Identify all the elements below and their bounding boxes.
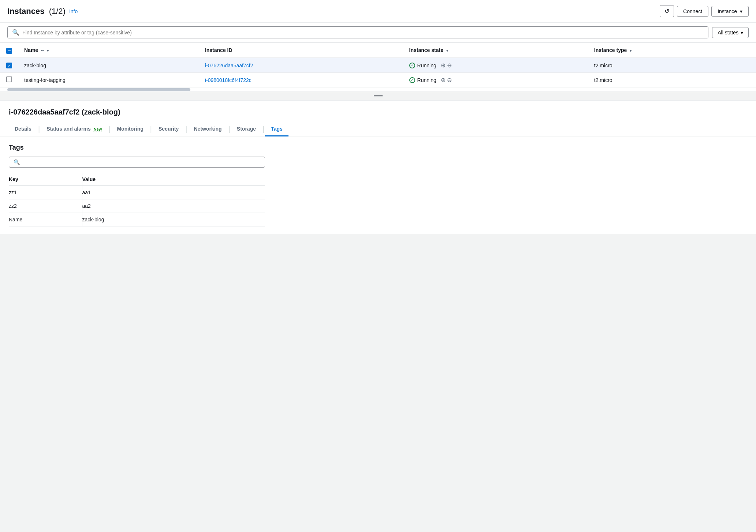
tags-heading: Tags [9, 144, 747, 151]
row1-type: t2.micro [588, 58, 756, 73]
chevron-down-icon: ▾ [741, 30, 743, 35]
tab-divider-1: | [37, 122, 41, 136]
refresh-icon: ↺ [664, 8, 669, 14]
search-icon: 🔍 [12, 29, 19, 36]
instance-count: (1/2) [49, 7, 66, 16]
col-state-header[interactable]: Instance state ▾ [403, 43, 588, 58]
zoom-out-icon[interactable]: ⊖ [447, 76, 452, 83]
row1-state: ✓ Running ⊕ ⊖ [403, 58, 588, 73]
instance-actions-button[interactable]: Instance ▾ [711, 6, 749, 17]
tags-search-input[interactable] [23, 159, 260, 165]
col-name-header[interactable]: Name ✏ ▾ [18, 43, 199, 58]
header-actions: ↺ Connect Instance ▾ [660, 5, 749, 17]
name-edit-icon[interactable]: ✏ [41, 49, 44, 53]
info-link[interactable]: Info [69, 8, 78, 14]
col-key-header: Key [9, 173, 82, 186]
row1-status-icon: ✓ [409, 63, 415, 68]
tag-row: zz1 aa1 [9, 186, 265, 199]
row2-name: testing-for-tagging [18, 73, 199, 87]
header-left: Instances (1/2) Info [7, 7, 78, 16]
row2-instance-id: i-0980018fc6f4f722c [199, 73, 403, 87]
refresh-button[interactable]: ↺ [660, 5, 674, 17]
row2-zoom-icons: ⊕ ⊖ [441, 76, 452, 83]
instances-table: Name ✏ ▾ Instance ID Instance state ▾ In… [0, 42, 756, 87]
detail-tabs: Details | Status and alarms New | Monito… [0, 122, 756, 136]
type-sort-icon[interactable]: ▾ [630, 49, 632, 53]
instances-title: Instances [7, 7, 45, 16]
zoom-in-icon[interactable]: ⊕ [441, 62, 446, 69]
chevron-down-icon: ▾ [740, 8, 742, 14]
tags-search-wrapper: 🔍 [9, 157, 265, 168]
search-bar-area: 🔍 All states ▾ [0, 23, 756, 42]
row2-state: ✓ Running ⊕ ⊖ [403, 73, 588, 87]
row1-name: zack-blog [18, 58, 199, 73]
detail-panel: i-076226daa5aaf7cf2 (zack-blog) Details … [0, 101, 756, 234]
tab-status-alarms[interactable]: Status and alarms New [41, 122, 108, 136]
tab-divider-3: | [149, 122, 153, 136]
name-sort-icon[interactable]: ▾ [47, 49, 49, 53]
resize-handle[interactable] [0, 92, 756, 101]
row2-status-icon: ✓ [409, 77, 415, 83]
new-badge: New [94, 127, 102, 131]
zoom-out-icon[interactable]: ⊖ [447, 62, 452, 69]
tags-search-icon: 🔍 [14, 159, 20, 165]
tag-row1-key: zz1 [9, 186, 82, 199]
search-input-wrapper: 🔍 [7, 26, 708, 38]
tab-monitoring[interactable]: Monitoring [111, 122, 149, 136]
col-instance-id-header[interactable]: Instance ID [199, 43, 403, 58]
page-title: Instances (1/2) [7, 7, 66, 16]
tab-divider-6: | [262, 122, 265, 136]
horizontal-scrollbar[interactable] [0, 87, 756, 92]
tab-tags[interactable]: Tags [265, 122, 288, 136]
state-sort-icon[interactable]: ▾ [446, 49, 448, 53]
tab-security[interactable]: Security [153, 122, 185, 136]
col-type-header[interactable]: Instance type ▾ [588, 43, 756, 58]
search-input[interactable] [22, 30, 704, 35]
row2-instance-id-link[interactable]: i-0980018fc6f4f722c [205, 77, 252, 83]
tags-section: Tags 🔍 Key Value zz1 aa1 [0, 136, 756, 234]
row2-status: ✓ Running ⊕ ⊖ [409, 76, 582, 83]
tag-row1-value: aa1 [82, 186, 265, 199]
tab-divider-2: | [108, 122, 111, 136]
tag-row3-key: Name [9, 213, 82, 226]
tag-row2-key: zz2 [9, 199, 82, 213]
tag-row3-value: zack-blog [82, 213, 265, 226]
row1-checkbox[interactable] [6, 63, 12, 68]
row1-select-cell[interactable] [0, 58, 18, 73]
resize-indicator [374, 95, 383, 97]
row2-checkbox[interactable] [6, 76, 12, 82]
row1-status: ✓ Running ⊕ ⊖ [409, 62, 582, 69]
zoom-in-icon[interactable]: ⊕ [441, 76, 446, 83]
detail-title: i-076226daa5aaf7cf2 (zack-blog) [0, 101, 756, 122]
tab-divider-4: | [185, 122, 188, 136]
tag-row: zz2 aa2 [9, 199, 265, 213]
row2-select-cell[interactable] [0, 73, 18, 87]
row1-instance-id-link[interactable]: i-076226daa5aaf7cf2 [205, 63, 253, 68]
tags-table: Key Value zz1 aa1 zz2 aa2 Name [9, 173, 265, 226]
page-header: Instances (1/2) Info ↺ Connect Instance … [0, 0, 756, 23]
all-states-dropdown[interactable]: All states ▾ [712, 27, 749, 38]
tab-storage[interactable]: Storage [231, 122, 262, 136]
connect-button[interactable]: Connect [677, 6, 708, 17]
tab-networking[interactable]: Networking [188, 122, 227, 136]
row1-zoom-icons: ⊕ ⊖ [441, 62, 452, 69]
select-all-header[interactable] [0, 43, 18, 58]
tab-details[interactable]: Details [9, 122, 37, 136]
tab-divider-5: | [228, 122, 231, 136]
tag-row: Name zack-blog [9, 213, 265, 226]
scroll-thumb[interactable] [7, 88, 190, 91]
table-row: zack-blog i-076226daa5aaf7cf2 ✓ Running … [0, 58, 756, 73]
table-row: testing-for-tagging i-0980018fc6f4f722c … [0, 73, 756, 87]
row2-type: t2.micro [588, 73, 756, 87]
select-all-checkbox[interactable] [6, 48, 12, 54]
tag-row2-value: aa2 [82, 199, 265, 213]
row1-instance-id: i-076226daa5aaf7cf2 [199, 58, 403, 73]
col-value-header: Value [82, 173, 265, 186]
